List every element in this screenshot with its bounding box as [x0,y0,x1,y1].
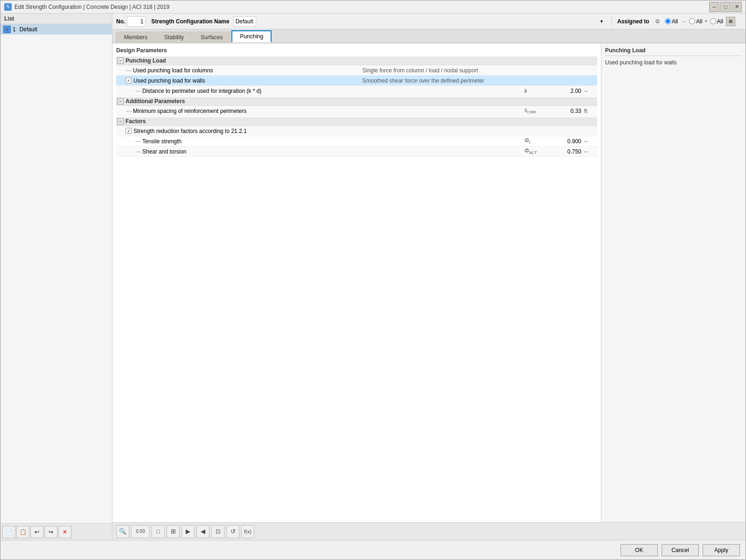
min-spacing-value: 0.33 [551,108,583,114]
minimize-button[interactable]: ─ [709,2,719,12]
list-item[interactable]: ■ 1 Default [0,24,112,35]
app-icon: ✎ [4,3,12,11]
wall-load-desc: Smoothed shear force over the defined pe… [361,77,598,85]
play-tool-button[interactable]: ▶ [181,525,195,538]
main-window: ✎ Edit Strength Configuration | Concrete… [0,0,746,560]
assigned-filter-button[interactable]: ⊞ [726,17,735,26]
close-button[interactable]: ✕ [732,2,742,12]
sidebar-list: ■ 1 Default [0,24,112,523]
ok-button[interactable]: OK [621,544,658,556]
config-name-wrapper: Default [233,16,606,27]
factors-expander[interactable]: − [117,118,124,125]
all1-label: All [672,18,678,25]
window-controls: ─ □ ✕ [709,2,742,12]
shear-indent: — Shear and torsion [116,147,523,156]
back-tool-button[interactable]: ◀ [196,525,209,538]
assigned-radio-all3: All [710,18,723,25]
col-load-desc: Single force from column / load / nodal … [361,66,598,75]
shear-unit: -- [583,148,597,155]
config-no: No. [116,16,146,27]
tab-stability-label: Stability [164,34,184,41]
col-load-name: Used punching load for columns [133,67,359,74]
config-name-select[interactable]: Default [233,16,256,27]
copy-button[interactable]: 📋 [16,526,29,538]
punching-load-expander[interactable]: − [117,57,124,64]
shear-name: Shear and torsion [142,148,521,155]
all3-label: All [717,18,723,25]
bullet: • [705,18,707,25]
tabs-bar: Members Stability Surfaces Punching [112,29,746,43]
content-area: Design Parameters − Punching Load — [112,43,746,522]
formula-tool-button[interactable]: f(x) [241,525,254,538]
dialog-buttons: OK Cancel Apply [0,540,746,560]
factors-header: − Factors [116,117,597,126]
title-bar-left: ✎ Edit Strength Configuration | Concrete… [4,3,169,11]
min-spacing-name: Minimum spacing of reinforcement perimet… [133,108,521,114]
table-row: — Tensile strength Φt 0.900 -- [116,136,597,147]
info-title: Punching Load [605,47,742,56]
col-load-indent: — Used punching load for columns [116,66,361,75]
table-row: — Distance to perimeter used for integra… [116,86,597,96]
info-text: Used punching load for walls [605,59,742,67]
select-tool-button[interactable]: ⊡ [211,525,224,538]
new-button[interactable]: 📄 [2,526,15,538]
table-row: Strength reduction factors according to … [116,126,597,136]
table-row: — Shear and torsion ΦW,T 0.750 -- [116,147,597,157]
tab-surfaces[interactable]: Surfaces [193,32,230,42]
distance-name: Distance to perimeter used for integrati… [142,88,521,94]
config-bar: No. Strength Configuration Name Default … [112,14,746,29]
search-tool-button[interactable]: 🔍 [116,525,129,538]
window-title: Edit Strength Configuration | Concrete D… [14,4,169,10]
distance-indent: — Distance to perimeter used for integra… [116,87,523,95]
tab-stability[interactable]: Stability [156,32,192,42]
assigned-radio-all2: All [689,18,702,25]
factors-group: − Factors Strength reduction factors acc… [116,117,597,157]
additional-params-label: Additional Parameters [125,98,185,105]
tab-punching-label: Punching [240,33,263,40]
config-name-group: Strength Configuration Name Default [151,16,606,27]
reduction-name: Strength reduction factors according to … [133,128,595,134]
reduction-checkbox[interactable] [125,128,132,134]
radio-all3[interactable] [710,18,716,24]
tab-surfaces-label: Surfaces [201,34,223,41]
additional-params-group: − Additional Parameters — Minimum spacin… [116,97,597,116]
no-input[interactable] [127,16,146,27]
punching-load-group: − Punching Load — Used punching load for… [116,56,597,96]
assigned-to: Assigned to ⚙ All → All • [611,17,742,26]
col-dash: — [125,67,132,74]
design-params-title: Design Parameters [116,47,597,54]
tensile-unit: -- [583,138,597,145]
table-row[interactable]: Used punching load for walls Smoothed sh… [116,76,597,86]
item-number: 1 [13,26,16,33]
delete-button[interactable]: ✕ [58,526,71,538]
title-bar: ✎ Edit Strength Configuration | Concrete… [0,0,746,14]
tab-punching[interactable]: Punching [231,30,272,42]
tensile-value: 0.900 [551,138,583,145]
spacing-dash: — [125,108,132,114]
radio-all1[interactable] [665,18,671,24]
reset-tool-button[interactable]: ↺ [226,525,239,538]
assigned-radio-all1: All [665,18,678,25]
additional-params-expander[interactable]: − [117,98,124,105]
right-panel: No. Strength Configuration Name Default … [112,14,746,540]
distance-unit: -- [583,88,597,94]
wall-load-name: Used punching load for walls [133,77,359,84]
tab-members[interactable]: Members [116,32,155,42]
view-tool-button[interactable]: □ [152,525,165,538]
undo-button[interactable]: ↩ [30,526,43,538]
tensile-dash: — [135,138,141,145]
maximize-button[interactable]: □ [720,2,731,12]
sidebar: List ■ 1 Default 📄 📋 ↩ ↪ ✕ [0,14,112,540]
wall-load-checkbox[interactable] [125,77,132,84]
main-content: List ■ 1 Default 📄 📋 ↩ ↪ ✕ [0,14,746,560]
all2-label: All [696,18,702,25]
measure-tool-button[interactable]: 0.00 [131,525,150,538]
grid-tool-button[interactable]: ⊞ [167,525,180,538]
apply-button[interactable]: Apply [703,544,740,556]
item-icon: ■ [3,26,11,33]
shear-dash: — [135,148,141,155]
redo-button[interactable]: ↪ [44,526,57,538]
wall-load-indent: Used punching load for walls [116,77,361,85]
radio-all2[interactable] [689,18,695,24]
cancel-button[interactable]: Cancel [662,544,699,556]
